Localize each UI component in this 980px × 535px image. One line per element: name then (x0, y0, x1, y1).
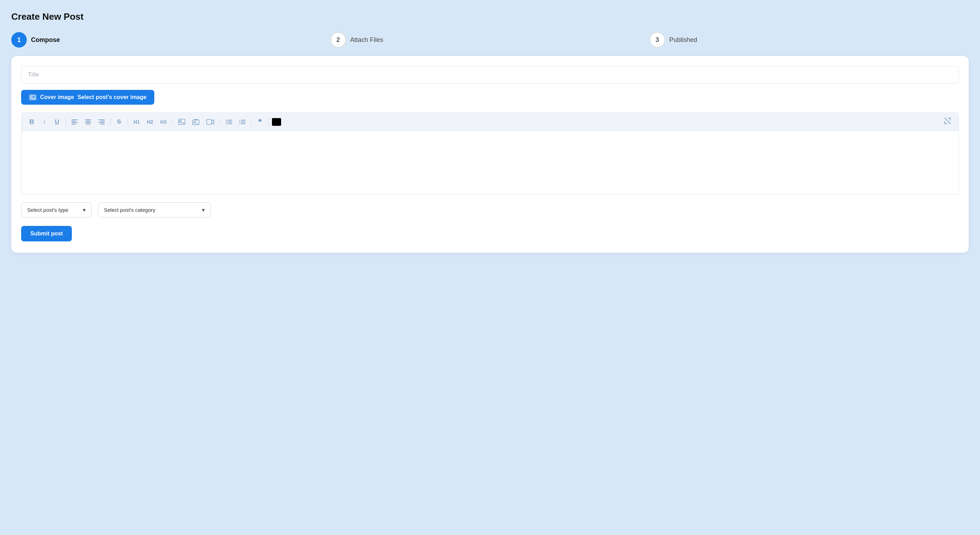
svg-rect-30 (241, 123, 245, 124)
h1-button[interactable]: H1 (131, 118, 142, 126)
category-select-wrapper: Select post's category ▼ (98, 202, 211, 217)
toolbar-sep-7 (269, 118, 269, 126)
main-card: Cover image Select post's cover image B … (11, 56, 969, 253)
svg-point-19 (226, 119, 227, 121)
strikethrough-button[interactable]: S (114, 117, 124, 127)
step-attach[interactable]: 2 Attach Files (331, 32, 649, 48)
svg-rect-10 (98, 119, 105, 120)
toolbar-sep-1 (65, 118, 66, 126)
step-2-circle: 2 (331, 32, 346, 48)
svg-rect-6 (85, 119, 91, 120)
cover-image-btn-text: Select post's cover image (78, 94, 146, 100)
toolbar-sep-6 (251, 118, 251, 126)
svg-rect-12 (98, 122, 105, 123)
editor-toolbar: B i U S H1 H2 H3 (21, 112, 959, 131)
toolbar-sep-2 (110, 118, 111, 126)
svg-rect-11 (100, 121, 105, 122)
selects-row: Select post's type ▼ Select post's categ… (21, 202, 959, 217)
svg-rect-22 (228, 122, 232, 122)
editor-content[interactable] (21, 131, 959, 194)
bullet-list-button[interactable] (223, 118, 235, 126)
svg-rect-26 (241, 120, 245, 121)
cover-image-label: Cover image (40, 94, 74, 100)
svg-rect-28 (241, 122, 245, 122)
stepper: 1 Compose 2 Attach Files 3 Published (11, 32, 969, 48)
post-type-select[interactable]: Select post's type (21, 202, 92, 217)
insert-video-button[interactable] (204, 117, 216, 127)
toolbar-sep-3 (127, 118, 128, 126)
submit-post-button[interactable]: Submit post (21, 226, 72, 241)
svg-rect-24 (228, 123, 232, 124)
svg-rect-3 (72, 121, 76, 122)
svg-rect-18 (207, 119, 212, 124)
h3-button[interactable]: H3 (158, 118, 169, 126)
step-1-label: Compose (31, 36, 60, 44)
h2-button[interactable]: H2 (145, 118, 156, 126)
underline-button[interactable]: U (52, 117, 62, 127)
step-3-circle: 3 (649, 32, 665, 48)
type-select-wrapper: Select post's type ▼ (21, 202, 92, 217)
toolbar-sep-5 (220, 118, 220, 126)
italic-button[interactable]: i (39, 117, 50, 127)
step-compose[interactable]: 1 Compose (11, 32, 331, 48)
svg-point-21 (226, 121, 227, 122)
post-category-select[interactable]: Select post's category (98, 202, 211, 217)
svg-rect-7 (86, 121, 90, 122)
svg-rect-9 (86, 124, 90, 124)
svg-point-23 (226, 123, 227, 124)
align-left-button[interactable] (69, 118, 80, 126)
step-3-label: Published (669, 36, 697, 44)
align-right-button[interactable] (96, 118, 107, 126)
ordered-list-button[interactable]: 1. 2. 3. (237, 118, 248, 126)
expand-editor-button[interactable] (942, 116, 954, 128)
svg-rect-5 (72, 124, 76, 124)
insert-image-button[interactable] (176, 117, 188, 127)
step-published[interactable]: 3 Published (649, 32, 969, 48)
svg-rect-8 (85, 122, 91, 123)
blockquote-button[interactable]: ❝ (255, 117, 265, 127)
svg-rect-13 (100, 124, 105, 124)
align-center-button[interactable] (83, 118, 94, 126)
toolbar-sep-4 (172, 118, 173, 126)
color-picker-button[interactable] (272, 118, 281, 126)
svg-text:3.: 3. (239, 123, 241, 124)
title-input[interactable] (21, 66, 959, 84)
cover-image-button[interactable]: Cover image Select post's cover image (21, 90, 154, 105)
svg-point-17 (194, 121, 195, 122)
bold-button[interactable]: B (26, 117, 37, 127)
svg-rect-2 (72, 119, 78, 120)
step-2-label: Attach Files (350, 36, 383, 44)
page-title: Create New Post (11, 11, 969, 22)
svg-rect-20 (228, 120, 232, 121)
upload-image-button[interactable] (190, 117, 202, 127)
svg-rect-4 (72, 122, 78, 123)
step-1-circle: 1 (11, 32, 27, 48)
cover-image-icon (29, 94, 37, 100)
